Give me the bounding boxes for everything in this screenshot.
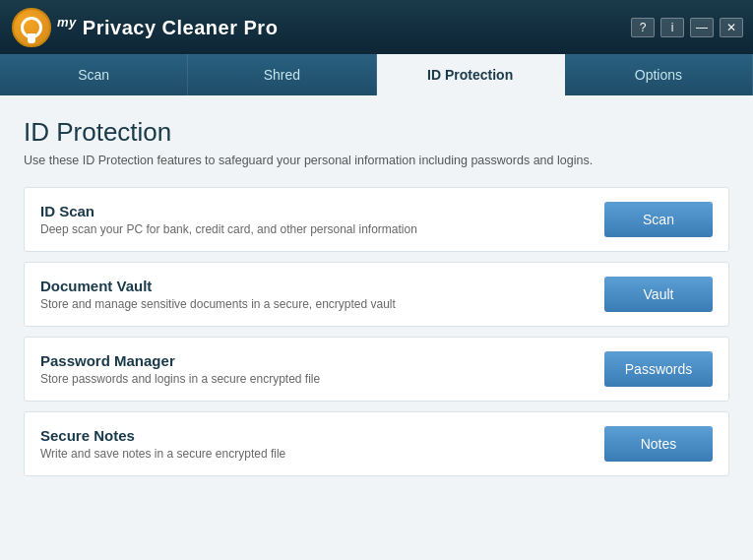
tab-options[interactable]: Options xyxy=(565,54,753,95)
tab-bar: Scan Shred ID Protection Options xyxy=(0,54,753,95)
tab-scan[interactable]: Scan xyxy=(0,54,188,95)
minimize-button[interactable]: — xyxy=(690,18,714,37)
feature-desc-id-scan: Deep scan your PC for bank, credit card,… xyxy=(40,222,589,236)
page-subtitle: Use these ID Protection features to safe… xyxy=(24,154,729,167)
feature-desc-document-vault: Store and manage sensitive documents in … xyxy=(40,297,589,311)
help-button[interactable]: ? xyxy=(631,18,655,37)
feature-row-document-vault: Document Vault Store and manage sensitiv… xyxy=(24,262,729,327)
feature-row-id-scan: ID Scan Deep scan your PC for bank, cred… xyxy=(24,187,729,252)
feature-desc-secure-notes: Write and save notes in a secure encrypt… xyxy=(40,447,589,461)
title-bar: my Privacy Cleaner Pro ? i — ✕ xyxy=(0,0,753,54)
tab-shred[interactable]: Shred xyxy=(188,54,376,95)
info-button[interactable]: i xyxy=(660,18,684,37)
feature-row-password-manager: Password Manager Store passwords and log… xyxy=(24,337,729,402)
notes-button[interactable]: Notes xyxy=(604,426,713,462)
close-button[interactable]: ✕ xyxy=(720,18,743,37)
feature-info-password-manager: Password Manager Store passwords and log… xyxy=(40,352,589,386)
feature-info-id-scan: ID Scan Deep scan your PC for bank, cred… xyxy=(40,203,589,236)
feature-desc-password-manager: Store passwords and logins in a secure e… xyxy=(40,372,589,386)
passwords-button[interactable]: Passwords xyxy=(604,351,713,387)
app-logo xyxy=(12,8,51,47)
scan-button[interactable]: Scan xyxy=(604,202,713,237)
feature-name-id-scan: ID Scan xyxy=(40,203,589,219)
page-title: ID Protection xyxy=(24,117,729,148)
main-content: ID Protection Use these ID Protection fe… xyxy=(0,95,753,560)
feature-name-document-vault: Document Vault xyxy=(40,278,589,294)
feature-info-document-vault: Document Vault Store and manage sensitiv… xyxy=(40,278,589,311)
feature-name-password-manager: Password Manager xyxy=(40,352,589,369)
feature-row-secure-notes: Secure Notes Write and save notes in a s… xyxy=(24,411,729,476)
vault-button[interactable]: Vault xyxy=(604,277,713,312)
window-controls: ? i — ✕ xyxy=(631,18,743,37)
tab-id-protection[interactable]: ID Protection xyxy=(377,54,565,95)
feature-name-secure-notes: Secure Notes xyxy=(40,427,589,444)
feature-info-secure-notes: Secure Notes Write and save notes in a s… xyxy=(40,427,589,461)
app-title: my Privacy Cleaner Pro xyxy=(57,15,278,39)
